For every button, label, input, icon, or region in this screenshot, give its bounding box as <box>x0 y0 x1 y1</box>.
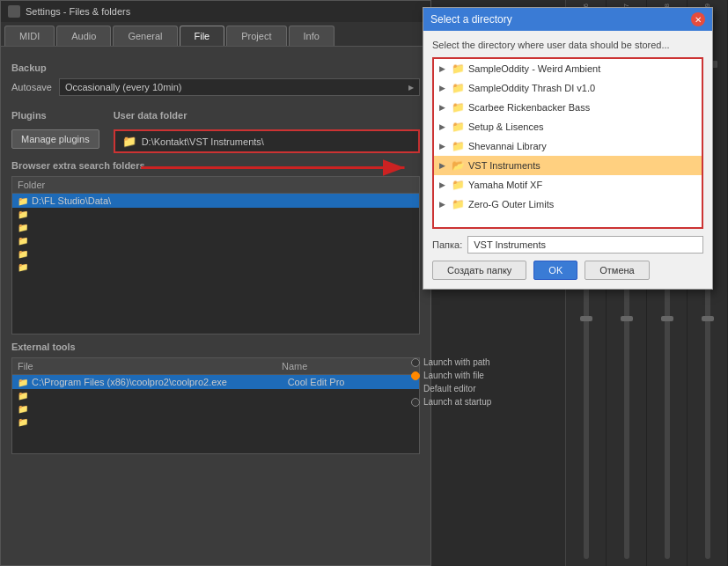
dir-item-6[interactable]: ▶ 📁 Yamaha Motif XF <box>434 175 702 195</box>
user-data-path-box[interactable]: 📁 D:\Kontakt\VST Instruments\ <box>114 129 420 153</box>
dir-item-label-3: Setup & Lisences <box>468 121 544 132</box>
settings-tabs: MIDI Audio General File Project Info <box>1 22 430 47</box>
launch-with-file-row[interactable]: Launch with file <box>411 371 526 380</box>
dialog-hint: Select the directory where user data sho… <box>432 40 703 50</box>
tools-row-icon-3: 📁 <box>18 417 28 427</box>
dir-item-1[interactable]: ▶ 📁 SampleOddity Thrash DI v1.0 <box>434 78 702 98</box>
autosave-dropdown[interactable]: Occasionally (every 10min) ▶ <box>59 78 420 96</box>
mixer-fader-19-handle[interactable] <box>702 316 714 321</box>
tools-row-3[interactable]: 📁 <box>12 415 419 429</box>
folder-icon-4: 📁 <box>452 140 465 152</box>
dialog-close-button[interactable]: ✕ <box>691 12 705 26</box>
launch-with-path-radio[interactable] <box>411 358 420 367</box>
browser-row-3[interactable]: 📁 <box>12 234 419 247</box>
browser-col-folder: Folder <box>18 180 45 190</box>
dir-item-7[interactable]: ▶ 📁 Zero-G Outer Limits <box>434 195 702 214</box>
tab-general[interactable]: General <box>113 26 177 46</box>
launch-with-path-row[interactable]: Launch with path <box>411 357 526 367</box>
tab-project[interactable]: Project <box>226 26 286 46</box>
select-directory-dialog: Select a directory ✕ Select the director… <box>423 7 713 290</box>
tools-rows: 📁 C:\Program Files (x86)\coolpro2\coolpr… <box>11 375 420 454</box>
expand-icon-4: ▶ <box>439 142 448 151</box>
ok-button[interactable]: OK <box>533 261 577 280</box>
settings-icon <box>8 5 20 18</box>
folder-icon: 📁 <box>122 135 136 148</box>
tools-row-icon-0: 📁 <box>18 378 28 387</box>
dir-list[interactable]: ▶ 📁 SampleOddity - Weird Ambient ▶ 📁 Sam… <box>432 57 703 229</box>
browser-row-1[interactable]: 📁 <box>12 208 419 221</box>
tools-row-icon-2: 📁 <box>18 404 28 414</box>
dir-item-4[interactable]: ▶ 📁 Shevannai Library <box>434 136 702 156</box>
user-data-path: D:\Kontakt\VST Instruments\ <box>142 136 264 147</box>
dir-list-container: ▶ 📁 SampleOddity - Weird Ambient ▶ 📁 Sam… <box>432 57 703 229</box>
manage-plugins-button[interactable]: Manage plugins <box>11 129 99 149</box>
mixer-fader-18-handle[interactable] <box>661 316 673 321</box>
launch-with-path-label: Launch with path <box>423 357 490 367</box>
default-editor-row: Default editor <box>411 384 526 393</box>
dialog-body: Select the directory where user data sho… <box>423 31 712 289</box>
expand-icon-0: ▶ <box>439 64 448 73</box>
launch-at-startup-row[interactable]: Launch at startup <box>411 397 526 407</box>
autosave-value: Occasionally (every 10min) <box>65 82 182 92</box>
settings-window: Settings - Files & folders MIDI Audio Ge… <box>0 0 431 566</box>
dir-item-label-5: VST Instruments <box>468 160 540 171</box>
dir-item-0[interactable]: ▶ 📁 SampleOddity - Weird Ambient <box>434 59 702 78</box>
settings-content: Backup Autosave Occasionally (every 10mi… <box>1 47 430 463</box>
browser-row-folder-icon-2: 📁 <box>18 223 28 232</box>
tools-row-0[interactable]: 📁 C:\Program Files (x86)\coolpro2\coolpr… <box>12 375 419 389</box>
dropdown-arrow-icon: ▶ <box>408 84 414 92</box>
folder-input-row: Папка: <box>432 236 703 254</box>
dialog-titlebar: Select a directory ✕ <box>423 8 712 31</box>
mixer-fader-16-handle[interactable] <box>580 316 592 321</box>
expand-icon-3: ▶ <box>439 122 448 131</box>
backup-section-title: Backup <box>11 62 420 73</box>
launch-with-file-label: Launch with file <box>423 371 484 380</box>
folder-icon-6: 📁 <box>452 179 465 191</box>
launch-options: Launch with path Launch with file Defaul… <box>411 357 526 384</box>
default-editor-label: Default editor <box>423 384 475 393</box>
dialog-title: Select a directory <box>430 13 512 26</box>
user-data-label: User data folder <box>114 110 420 121</box>
expand-icon-7: ▶ <box>439 200 448 209</box>
folder-name-input[interactable] <box>467 236 703 254</box>
launch-at-startup-radio[interactable] <box>411 398 420 407</box>
dir-item-label-1: SampleOddity Thrash DI v1.0 <box>468 83 595 93</box>
folder-icon-2: 📁 <box>452 101 465 114</box>
dir-item-5[interactable]: ▶ 📂 VST Instruments <box>434 156 702 175</box>
tab-midi[interactable]: MIDI <box>4 26 55 46</box>
autosave-row: Autosave Occasionally (every 10min) ▶ <box>11 78 420 96</box>
dir-item-3[interactable]: ▶ 📁 Setup & Lisences <box>434 117 702 136</box>
browser-row-folder-icon-5: 📁 <box>18 262 28 272</box>
browser-row-path-0: D:\FL Studio\Data\ <box>32 195 111 206</box>
tools-table-header: File Name <box>11 357 420 375</box>
create-folder-button[interactable]: Создать папку <box>432 261 526 280</box>
tools-row-2[interactable]: 📁 <box>12 402 419 415</box>
cancel-button[interactable]: Отмена <box>585 261 649 280</box>
browser-row-0[interactable]: 📁 D:\FL Studio\Data\ <box>12 194 419 208</box>
tools-row-icon-1: 📁 <box>18 391 28 401</box>
tools-row-1[interactable]: 📁 <box>12 389 419 402</box>
settings-titlebar: Settings - Files & folders <box>1 1 430 22</box>
mixer-fader-17-handle[interactable] <box>621 316 633 321</box>
folder-icon-1: 📁 <box>452 82 465 94</box>
tab-audio[interactable]: Audio <box>56 26 111 46</box>
browser-row-2[interactable]: 📁 <box>12 221 419 234</box>
browser-row-folder-icon-0: 📁 <box>18 196 28 206</box>
launch-at-startup-label: Launch at startup <box>423 397 491 407</box>
folder-icon-5: 📂 <box>452 159 465 172</box>
dir-item-2[interactable]: ▶ 📁 Scarbee Rickenbacker Bass <box>434 98 702 117</box>
folder-input-label: Папка: <box>432 239 462 250</box>
dialog-buttons: Создать папку OK Отмена <box>432 261 703 280</box>
autosave-label: Autosave <box>11 82 52 92</box>
plugins-section: Plugins Manage plugins <box>11 103 99 149</box>
expand-icon-1: ▶ <box>439 84 448 92</box>
launch-with-file-radio[interactable] <box>411 371 420 380</box>
expand-icon-6: ▶ <box>439 180 448 189</box>
browser-row-4[interactable]: 📁 <box>12 247 419 261</box>
browser-row-5[interactable]: 📁 <box>12 261 419 274</box>
tools-col-file: File <box>18 361 282 371</box>
browser-section-title: Browser extra search folders <box>11 160 420 171</box>
tools-row-file-0: C:\Program Files (x86)\coolpro2\coolpro2… <box>32 377 284 387</box>
tab-file[interactable]: File <box>180 26 225 46</box>
tab-info[interactable]: Info <box>289 26 335 46</box>
